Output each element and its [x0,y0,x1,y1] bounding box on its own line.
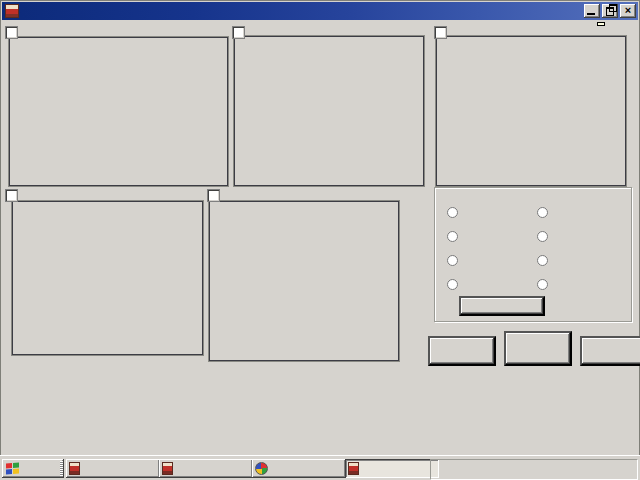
student-3-checkbox[interactable] [434,26,447,39]
student-2-checkbox-row [232,26,249,39]
system-tray [430,459,638,480]
student-5-checkbox[interactable] [207,189,220,202]
radio-monitor-21-25[interactable] [537,207,627,218]
minimize-button[interactable] [584,4,600,18]
student-1-screen-thumbnail[interactable] [9,37,228,186]
app-icon [5,4,19,18]
taskbar-button-acenet[interactable] [66,459,160,478]
student-2-screen-thumbnail[interactable] [234,36,424,186]
block-selected-button[interactable] [428,336,496,366]
coreldraw-icon [255,462,268,475]
student-3-screen-thumbnail[interactable] [436,36,626,186]
refresh-button[interactable] [459,296,545,316]
quick-launch-divider [60,461,63,476]
radio-monitor-16-20[interactable] [447,279,537,290]
taskbar-button-monitor-students[interactable] [345,459,439,478]
release-selected-button[interactable] [504,331,572,366]
window-titlebar: × [2,2,638,20]
student-2-checkbox[interactable] [232,26,245,39]
student-5-checkbox-row [207,189,224,202]
start-button[interactable] [2,459,64,478]
taskbar-button-welcome[interactable] [159,459,253,478]
radio-monitor-1-5[interactable] [447,207,537,218]
welcome-icon [162,462,173,475]
minimize-tooltip [597,22,605,26]
radio-monitor-36-40[interactable] [537,279,627,290]
monitor-students-groupbox [434,187,632,322]
radio-monitor-31-35[interactable] [537,255,627,266]
student-4-checkbox-row [5,189,22,202]
monitor-students-window: × [0,0,640,456]
close-button[interactable]: × [620,4,636,18]
taskbar-button-coreldraw[interactable] [252,459,346,478]
radio-monitor-26-30[interactable] [537,231,627,242]
work-on-student-button[interactable] [580,336,640,366]
radio-monitor-11-15[interactable] [447,255,537,266]
student-5-screen-thumbnail[interactable] [209,201,399,361]
windows-logo-icon [6,462,20,475]
student-1-checkbox[interactable] [5,26,18,39]
student-4-checkbox[interactable] [5,189,18,202]
radio-monitor-6-10[interactable] [447,231,537,242]
acenet-icon [69,462,80,475]
student-1-checkbox-row [5,26,22,39]
student-4-screen-thumbnail[interactable] [12,201,203,355]
student-3-checkbox-row [434,26,451,39]
action-buttons [428,331,640,366]
monitor-students-icon [348,462,359,475]
restore-button[interactable] [602,4,618,18]
taskbar [0,455,640,480]
monitor-range-radios [447,200,627,296]
